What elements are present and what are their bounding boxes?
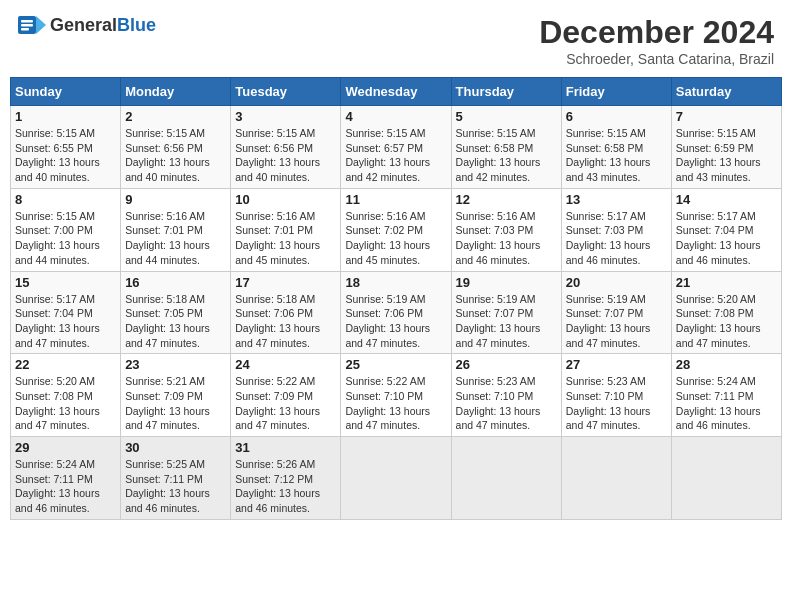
day-number: 30 xyxy=(125,440,226,455)
logo-icon xyxy=(18,14,46,36)
day-info: Sunrise: 5:24 AMSunset: 7:11 PMDaylight:… xyxy=(676,374,777,433)
day-number: 19 xyxy=(456,275,557,290)
day-number: 9 xyxy=(125,192,226,207)
day-number: 21 xyxy=(676,275,777,290)
weekday-header-monday: Monday xyxy=(121,78,231,106)
calendar-cell xyxy=(671,437,781,520)
day-number: 17 xyxy=(235,275,336,290)
calendar-cell: 21 Sunrise: 5:20 AMSunset: 7:08 PMDaylig… xyxy=(671,271,781,354)
day-number: 11 xyxy=(345,192,446,207)
day-number: 22 xyxy=(15,357,116,372)
day-number: 5 xyxy=(456,109,557,124)
day-info: Sunrise: 5:19 AMSunset: 7:07 PMDaylight:… xyxy=(566,292,667,351)
calendar-cell: 24 Sunrise: 5:22 AMSunset: 7:09 PMDaylig… xyxy=(231,354,341,437)
logo: GeneralBlue xyxy=(18,14,156,36)
day-info: Sunrise: 5:15 AMSunset: 6:58 PMDaylight:… xyxy=(566,126,667,185)
calendar-cell: 25 Sunrise: 5:22 AMSunset: 7:10 PMDaylig… xyxy=(341,354,451,437)
calendar-cell: 27 Sunrise: 5:23 AMSunset: 7:10 PMDaylig… xyxy=(561,354,671,437)
day-info: Sunrise: 5:22 AMSunset: 7:10 PMDaylight:… xyxy=(345,374,446,433)
day-info: Sunrise: 5:15 AMSunset: 6:58 PMDaylight:… xyxy=(456,126,557,185)
calendar-table: SundayMondayTuesdayWednesdayThursdayFrid… xyxy=(10,77,782,520)
day-info: Sunrise: 5:24 AMSunset: 7:11 PMDaylight:… xyxy=(15,457,116,516)
weekday-header-saturday: Saturday xyxy=(671,78,781,106)
calendar-cell: 26 Sunrise: 5:23 AMSunset: 7:10 PMDaylig… xyxy=(451,354,561,437)
page-header: GeneralBlue December 2024 Schroeder, San… xyxy=(10,10,782,71)
weekday-header-wednesday: Wednesday xyxy=(341,78,451,106)
day-number: 10 xyxy=(235,192,336,207)
day-info: Sunrise: 5:16 AMSunset: 7:03 PMDaylight:… xyxy=(456,209,557,268)
day-number: 15 xyxy=(15,275,116,290)
weekday-header-friday: Friday xyxy=(561,78,671,106)
calendar-cell: 6 Sunrise: 5:15 AMSunset: 6:58 PMDayligh… xyxy=(561,106,671,189)
calendar-cell: 7 Sunrise: 5:15 AMSunset: 6:59 PMDayligh… xyxy=(671,106,781,189)
day-info: Sunrise: 5:16 AMSunset: 7:01 PMDaylight:… xyxy=(235,209,336,268)
calendar-cell: 17 Sunrise: 5:18 AMSunset: 7:06 PMDaylig… xyxy=(231,271,341,354)
day-number: 26 xyxy=(456,357,557,372)
weekday-header-row: SundayMondayTuesdayWednesdayThursdayFrid… xyxy=(11,78,782,106)
calendar-cell: 16 Sunrise: 5:18 AMSunset: 7:05 PMDaylig… xyxy=(121,271,231,354)
calendar-cell: 11 Sunrise: 5:16 AMSunset: 7:02 PMDaylig… xyxy=(341,188,451,271)
day-info: Sunrise: 5:17 AMSunset: 7:04 PMDaylight:… xyxy=(15,292,116,351)
week-row-3: 15 Sunrise: 5:17 AMSunset: 7:04 PMDaylig… xyxy=(11,271,782,354)
day-number: 29 xyxy=(15,440,116,455)
calendar-cell: 23 Sunrise: 5:21 AMSunset: 7:09 PMDaylig… xyxy=(121,354,231,437)
day-number: 20 xyxy=(566,275,667,290)
week-row-2: 8 Sunrise: 5:15 AMSunset: 7:00 PMDayligh… xyxy=(11,188,782,271)
calendar-cell: 30 Sunrise: 5:25 AMSunset: 7:11 PMDaylig… xyxy=(121,437,231,520)
calendar-cell xyxy=(341,437,451,520)
day-number: 23 xyxy=(125,357,226,372)
calendar-cell xyxy=(561,437,671,520)
calendar-cell: 5 Sunrise: 5:15 AMSunset: 6:58 PMDayligh… xyxy=(451,106,561,189)
weekday-header-tuesday: Tuesday xyxy=(231,78,341,106)
day-info: Sunrise: 5:15 AMSunset: 6:56 PMDaylight:… xyxy=(125,126,226,185)
day-info: Sunrise: 5:25 AMSunset: 7:11 PMDaylight:… xyxy=(125,457,226,516)
calendar-cell: 31 Sunrise: 5:26 AMSunset: 7:12 PMDaylig… xyxy=(231,437,341,520)
location: Schroeder, Santa Catarina, Brazil xyxy=(539,51,774,67)
day-info: Sunrise: 5:18 AMSunset: 7:05 PMDaylight:… xyxy=(125,292,226,351)
day-info: Sunrise: 5:15 AMSunset: 7:00 PMDaylight:… xyxy=(15,209,116,268)
svg-marker-1 xyxy=(36,16,46,34)
day-info: Sunrise: 5:15 AMSunset: 6:59 PMDaylight:… xyxy=(676,126,777,185)
day-info: Sunrise: 5:16 AMSunset: 7:01 PMDaylight:… xyxy=(125,209,226,268)
calendar-cell: 10 Sunrise: 5:16 AMSunset: 7:01 PMDaylig… xyxy=(231,188,341,271)
calendar-cell: 19 Sunrise: 5:19 AMSunset: 7:07 PMDaylig… xyxy=(451,271,561,354)
day-info: Sunrise: 5:23 AMSunset: 7:10 PMDaylight:… xyxy=(566,374,667,433)
day-number: 31 xyxy=(235,440,336,455)
day-info: Sunrise: 5:19 AMSunset: 7:07 PMDaylight:… xyxy=(456,292,557,351)
day-number: 3 xyxy=(235,109,336,124)
day-info: Sunrise: 5:22 AMSunset: 7:09 PMDaylight:… xyxy=(235,374,336,433)
calendar-cell: 4 Sunrise: 5:15 AMSunset: 6:57 PMDayligh… xyxy=(341,106,451,189)
day-info: Sunrise: 5:18 AMSunset: 7:06 PMDaylight:… xyxy=(235,292,336,351)
day-info: Sunrise: 5:21 AMSunset: 7:09 PMDaylight:… xyxy=(125,374,226,433)
day-number: 13 xyxy=(566,192,667,207)
calendar-cell: 12 Sunrise: 5:16 AMSunset: 7:03 PMDaylig… xyxy=(451,188,561,271)
svg-rect-4 xyxy=(21,28,29,31)
day-info: Sunrise: 5:16 AMSunset: 7:02 PMDaylight:… xyxy=(345,209,446,268)
calendar-cell: 3 Sunrise: 5:15 AMSunset: 6:56 PMDayligh… xyxy=(231,106,341,189)
day-info: Sunrise: 5:20 AMSunset: 7:08 PMDaylight:… xyxy=(676,292,777,351)
day-number: 18 xyxy=(345,275,446,290)
day-number: 14 xyxy=(676,192,777,207)
day-number: 7 xyxy=(676,109,777,124)
day-number: 2 xyxy=(125,109,226,124)
calendar-cell: 8 Sunrise: 5:15 AMSunset: 7:00 PMDayligh… xyxy=(11,188,121,271)
calendar-cell: 15 Sunrise: 5:17 AMSunset: 7:04 PMDaylig… xyxy=(11,271,121,354)
svg-rect-3 xyxy=(21,24,33,27)
calendar-cell: 18 Sunrise: 5:19 AMSunset: 7:06 PMDaylig… xyxy=(341,271,451,354)
day-number: 25 xyxy=(345,357,446,372)
calendar-cell: 22 Sunrise: 5:20 AMSunset: 7:08 PMDaylig… xyxy=(11,354,121,437)
month-title: December 2024 xyxy=(539,14,774,51)
day-info: Sunrise: 5:17 AMSunset: 7:04 PMDaylight:… xyxy=(676,209,777,268)
calendar-cell: 14 Sunrise: 5:17 AMSunset: 7:04 PMDaylig… xyxy=(671,188,781,271)
day-number: 4 xyxy=(345,109,446,124)
day-info: Sunrise: 5:15 AMSunset: 6:57 PMDaylight:… xyxy=(345,126,446,185)
day-info: Sunrise: 5:17 AMSunset: 7:03 PMDaylight:… xyxy=(566,209,667,268)
day-info: Sunrise: 5:15 AMSunset: 6:56 PMDaylight:… xyxy=(235,126,336,185)
calendar-cell: 1 Sunrise: 5:15 AMSunset: 6:55 PMDayligh… xyxy=(11,106,121,189)
title-block: December 2024 Schroeder, Santa Catarina,… xyxy=(539,14,774,67)
day-info: Sunrise: 5:19 AMSunset: 7:06 PMDaylight:… xyxy=(345,292,446,351)
calendar-cell: 9 Sunrise: 5:16 AMSunset: 7:01 PMDayligh… xyxy=(121,188,231,271)
calendar-cell: 20 Sunrise: 5:19 AMSunset: 7:07 PMDaylig… xyxy=(561,271,671,354)
day-number: 27 xyxy=(566,357,667,372)
week-row-5: 29 Sunrise: 5:24 AMSunset: 7:11 PMDaylig… xyxy=(11,437,782,520)
